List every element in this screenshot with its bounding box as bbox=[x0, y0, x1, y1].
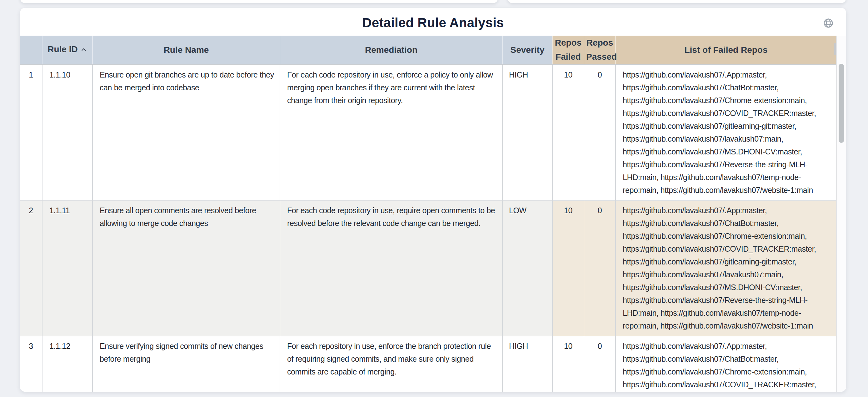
severity-cell: HIGH bbox=[502, 64, 552, 201]
repos-failed-cell: 10 bbox=[552, 201, 584, 336]
column-header-rule-id[interactable]: Rule ID bbox=[42, 36, 92, 64]
column-header-rule-id-label: Rule ID bbox=[48, 44, 78, 54]
column-header-severity[interactable]: Severity bbox=[502, 36, 552, 64]
column-header-row-number bbox=[20, 36, 42, 64]
top-card-left bbox=[20, 0, 498, 3]
rule-name-cell: Ensure all open comments are resolved be… bbox=[92, 201, 280, 336]
column-header-failed-repos-list[interactable]: List of Failed Repos bbox=[616, 36, 836, 64]
remediation-cell: For each code repository in use, require… bbox=[280, 201, 502, 336]
remediation-cell: For each repository in use, enforce the … bbox=[280, 336, 502, 392]
top-card-right bbox=[507, 0, 846, 3]
rule-name-cell: Ensure verifying signed commits of new c… bbox=[92, 336, 280, 392]
column-header-repos-failed[interactable]: Repos Failed bbox=[552, 36, 584, 64]
rule-analysis-table: Rule ID Rule Name Remediation Severity R… bbox=[20, 36, 836, 392]
failed-repos-list-cell: https://github.com/lavakush07/.App:maste… bbox=[616, 201, 836, 336]
repos-failed-cell: 10 bbox=[552, 64, 584, 201]
column-resize-handle[interactable] bbox=[834, 43, 836, 55]
repos-passed-cell: 0 bbox=[584, 64, 616, 201]
repos-failed-cell: 10 bbox=[552, 336, 584, 392]
row-number: 2 bbox=[20, 201, 42, 336]
row-number: 3 bbox=[20, 336, 42, 392]
column-header-repos-passed[interactable]: Repos Passed bbox=[584, 36, 616, 64]
rule-id-cell: 1.1.11 bbox=[42, 201, 92, 336]
rule-name-cell: Ensure open git branches are up to date … bbox=[92, 64, 280, 201]
rule-id-cell: 1.1.12 bbox=[42, 336, 92, 392]
failed-repos-list-cell: https://github.com/lavakush07/.App:maste… bbox=[616, 336, 836, 392]
rule-id-cell: 1.1.10 bbox=[42, 64, 92, 201]
column-header-remediation[interactable]: Remediation bbox=[280, 36, 502, 64]
page-title: Detailed Rule Analysis bbox=[20, 15, 846, 30]
severity-cell: HIGH bbox=[502, 336, 552, 392]
detailed-rule-analysis-card: Detailed Rule Analysis Rule ID Rule Name bbox=[20, 8, 846, 392]
failed-repos-list-cell: https://github.com/lavakush07/.App:maste… bbox=[616, 64, 836, 201]
globe-icon[interactable] bbox=[823, 18, 834, 28]
remediation-cell: For each code repository in use, enforce… bbox=[280, 64, 502, 201]
severity-cell: LOW bbox=[502, 201, 552, 336]
table-header-row: Rule ID Rule Name Remediation Severity R… bbox=[20, 36, 836, 64]
repos-passed-cell: 0 bbox=[584, 201, 616, 336]
table-row: 1 1.1.10 Ensure open git branches are up… bbox=[20, 64, 836, 201]
rule-analysis-table-container: Rule ID Rule Name Remediation Severity R… bbox=[20, 36, 836, 392]
table-row: 3 1.1.12 Ensure verifying signed commits… bbox=[20, 336, 836, 392]
vertical-scrollbar-thumb[interactable] bbox=[839, 64, 844, 143]
table-row: 2 1.1.11 Ensure all open comments are re… bbox=[20, 201, 836, 336]
column-header-rule-name[interactable]: Rule Name bbox=[92, 36, 280, 64]
sort-ascending-icon bbox=[80, 45, 87, 55]
row-number: 1 bbox=[20, 64, 42, 201]
repos-passed-cell: 0 bbox=[584, 336, 616, 392]
vertical-scrollbar-track[interactable] bbox=[836, 36, 846, 392]
